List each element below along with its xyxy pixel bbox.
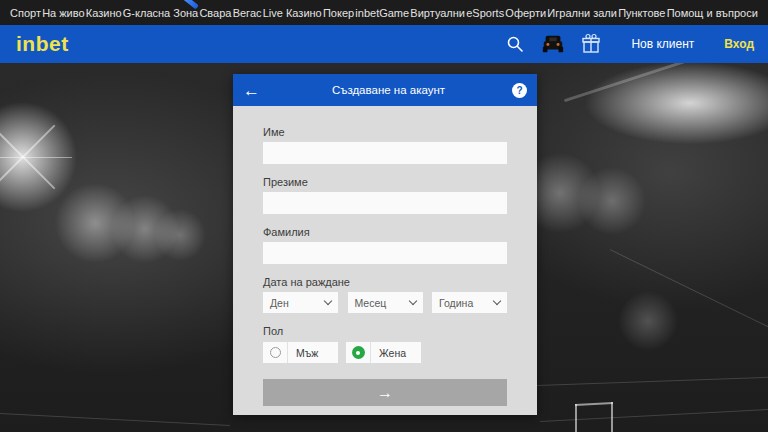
dob-row: Ден Месец Година bbox=[263, 292, 507, 313]
chevron-down-icon bbox=[324, 297, 332, 305]
nav-item-offers[interactable]: Оферти bbox=[505, 7, 546, 19]
nav-item-help[interactable]: Помощ и въпроси bbox=[667, 7, 758, 19]
modal-title: Създаване на акаунт bbox=[265, 84, 512, 96]
gender-female-label: Жена bbox=[379, 347, 406, 359]
first-name-input[interactable] bbox=[263, 142, 507, 164]
nav-item-g-zone[interactable]: G-класна Зона bbox=[123, 7, 198, 19]
nav-item-halls[interactable]: Игрални зали bbox=[547, 7, 617, 19]
chevron-down-icon bbox=[408, 297, 416, 305]
field-line bbox=[530, 377, 768, 386]
last-name-label: Фамилия bbox=[263, 226, 507, 238]
nav-item-live[interactable]: На живо bbox=[42, 7, 84, 19]
light-flare bbox=[0, 157, 72, 158]
nav-item-poker[interactable]: Покер bbox=[323, 7, 354, 19]
vegas-car-icon[interactable] bbox=[541, 32, 565, 56]
gender-male-label: Мъж bbox=[296, 347, 318, 359]
month-select-value: Месец bbox=[355, 297, 410, 309]
login-button[interactable]: Вход bbox=[724, 37, 754, 51]
screen: Спорт На живо Казино G-класна Зона Свара… bbox=[0, 0, 768, 432]
radio-unchecked-icon bbox=[263, 342, 288, 363]
middle-name-input[interactable] bbox=[263, 192, 507, 214]
gender-option-male[interactable]: Мъж bbox=[263, 342, 338, 363]
year-select[interactable]: Година bbox=[432, 292, 507, 313]
middle-name-label: Презиме bbox=[263, 176, 507, 188]
stand-line bbox=[610, 249, 768, 338]
day-select-value: Ден bbox=[270, 297, 325, 309]
inbet-logo[interactable]: inbet bbox=[16, 32, 69, 56]
nav-item-vegas[interactable]: Вегас bbox=[233, 7, 262, 19]
top-navigation: Спорт На живо Казино G-класна Зона Свара… bbox=[0, 0, 768, 25]
year-select-value: Година bbox=[439, 297, 494, 309]
main-header: inbet bbox=[0, 25, 768, 63]
nav-item-live-casino[interactable]: Live Казино bbox=[263, 7, 322, 19]
nav-item-sport[interactable]: Спорт bbox=[10, 7, 41, 19]
first-name-label: Име bbox=[263, 126, 507, 138]
day-select[interactable]: Ден bbox=[263, 292, 338, 313]
radio-checked-icon bbox=[346, 342, 371, 363]
header-actions: Нов клиент Вход bbox=[503, 32, 754, 56]
help-icon[interactable]: ? bbox=[512, 83, 527, 98]
gender-label: Пол bbox=[263, 325, 507, 337]
nav-item-points[interactable]: Пунктове bbox=[618, 7, 665, 19]
nav-item-casino[interactable]: Казино bbox=[86, 7, 122, 19]
goal-post bbox=[611, 402, 613, 432]
gift-icon[interactable] bbox=[579, 32, 603, 56]
search-icon[interactable] bbox=[503, 32, 527, 56]
nav-item-svara[interactable]: Свара bbox=[199, 7, 231, 19]
back-arrow-icon[interactable]: ← bbox=[243, 82, 265, 99]
modal-body: Име Презиме Фамилия Дата на раждане Ден … bbox=[233, 106, 537, 406]
submit-button[interactable]: → bbox=[263, 379, 507, 406]
create-account-modal: ← Създаване на акаунт ? Име Презиме Фами… bbox=[233, 74, 537, 415]
gender-option-female[interactable]: Жена bbox=[346, 342, 421, 363]
field-line bbox=[0, 413, 230, 426]
nav-item-esports[interactable]: eSports bbox=[466, 7, 504, 19]
arrow-right-icon: → bbox=[377, 384, 393, 402]
modal-header: ← Създаване на акаунт ? bbox=[233, 74, 537, 106]
gender-row: Мъж Жена bbox=[263, 342, 507, 363]
dob-label: Дата на раждане bbox=[263, 276, 507, 288]
goal-crossbar bbox=[575, 402, 613, 406]
month-select[interactable]: Месец bbox=[348, 292, 423, 313]
chevron-down-icon bbox=[493, 297, 501, 305]
nav-item-inbetgame[interactable]: inbetGame bbox=[355, 7, 409, 19]
nav-item-virtual[interactable]: Виртуални bbox=[410, 7, 465, 19]
new-client-link[interactable]: Нов клиент bbox=[631, 37, 694, 51]
goal-post bbox=[575, 404, 577, 432]
last-name-input[interactable] bbox=[263, 242, 507, 264]
